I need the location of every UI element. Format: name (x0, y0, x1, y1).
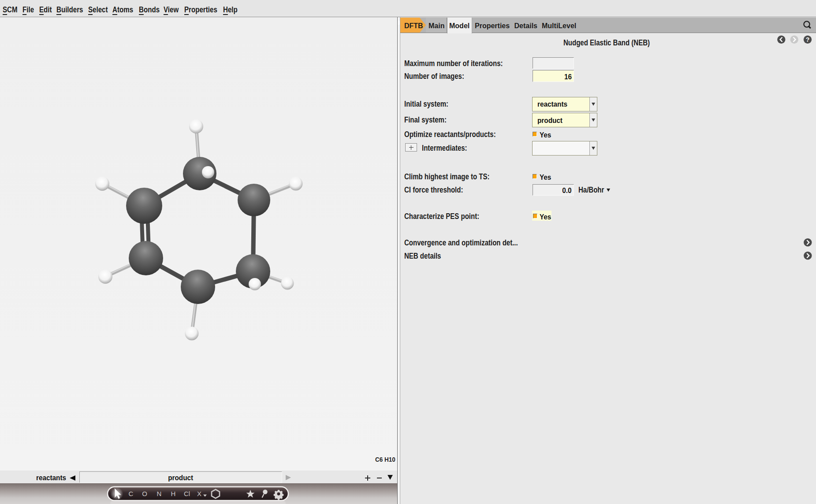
svg-text:Cl: Cl (184, 490, 190, 497)
svg-text:H: H (171, 490, 176, 497)
svg-text:N: N (157, 490, 162, 497)
svg-text:O: O (142, 490, 147, 497)
svg-text:?: ? (806, 36, 810, 43)
svg-text:X: X (197, 490, 201, 497)
svg-text:C: C (129, 490, 134, 497)
